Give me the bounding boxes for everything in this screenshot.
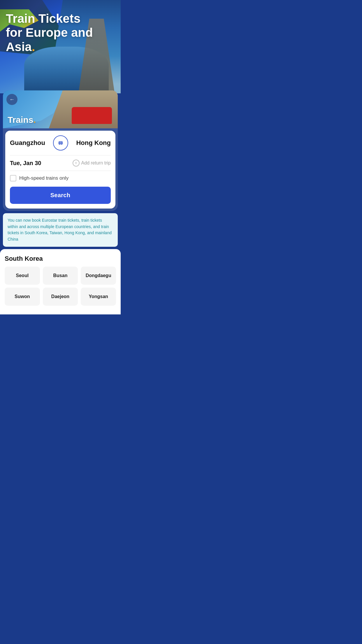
- city-card[interactable]: Busan: [43, 267, 78, 285]
- route-row: Guangzhou Hong Kong: [10, 135, 111, 155]
- date-row: Tue, Jan 30 + Add return trip: [10, 155, 111, 171]
- hero-title-line1: Train Tickets: [6, 12, 80, 25]
- city-card[interactable]: Dongdaegu: [81, 267, 116, 285]
- high-speed-checkbox-row[interactable]: High-speed trains only: [10, 171, 111, 186]
- departure-date[interactable]: Tue, Jan 30: [10, 160, 41, 167]
- city-name: Dongdaegu: [86, 273, 111, 278]
- hero-title-line2: for Europe and Asia: [6, 26, 93, 53]
- card-title-dot: .: [33, 115, 36, 125]
- switch-route-button[interactable]: [53, 135, 68, 150]
- content-area: South Korea SeoulBusanDongdaegu SuwonDae…: [0, 249, 121, 314]
- search-form: Guangzhou Hong Kong Tue, Jan 30 +: [5, 131, 115, 209]
- back-button[interactable]: ←: [6, 94, 17, 105]
- back-arrow-icon: ←: [9, 97, 15, 102]
- card-title: Trains.: [8, 115, 36, 125]
- svg-point-5: [59, 144, 60, 145]
- svg-point-6: [61, 144, 62, 145]
- svg-rect-3: [59, 142, 60, 143]
- high-speed-checkbox[interactable]: [10, 175, 16, 181]
- hero-title: Train Tickets for Europe and Asia.: [6, 12, 115, 54]
- city-card[interactable]: Seoul: [5, 267, 40, 285]
- trains-card: ← Trains. Guangzhou: [3, 90, 118, 211]
- city-name: Seoul: [16, 273, 29, 278]
- city-name: Suwon: [15, 294, 30, 299]
- train-switch-icon: [57, 139, 64, 146]
- city-name: Daejeon: [51, 294, 69, 299]
- svg-rect-4: [61, 142, 62, 143]
- card-title-area: Trains.: [8, 115, 36, 125]
- add-return-label: Add return trip: [81, 160, 111, 166]
- card-background-image: ← Trains.: [3, 90, 118, 128]
- add-return-icon: +: [73, 160, 80, 167]
- info-text: You can now book Eurostar train tickets,…: [8, 217, 113, 243]
- city-card[interactable]: Suwon: [5, 288, 40, 306]
- hero-background: Train Tickets for Europe and Asia.: [0, 0, 121, 93]
- cities-row-1: SeoulBusanDongdaegu: [5, 267, 116, 285]
- city-card[interactable]: Yongsan: [81, 288, 116, 306]
- card-bg-train-visual: [72, 107, 112, 124]
- info-banner: You can now book Eurostar train tickets,…: [3, 213, 118, 247]
- city-name: Busan: [53, 273, 68, 278]
- high-speed-label: High-speed trains only: [19, 175, 68, 181]
- hero-text-area: Train Tickets for Europe and Asia.: [6, 12, 115, 54]
- destination-city[interactable]: Hong Kong: [76, 139, 111, 147]
- search-button[interactable]: Search: [10, 187, 111, 204]
- add-return-button[interactable]: + Add return trip: [73, 160, 111, 167]
- city-name: Yongsan: [89, 294, 108, 299]
- south-korea-region-title: South Korea: [5, 255, 116, 262]
- city-card[interactable]: Daejeon: [43, 288, 78, 306]
- origin-city[interactable]: Guangzhou: [10, 139, 45, 147]
- cities-row-2: SuwonDaejeonYongsan: [5, 288, 116, 306]
- hero-title-dot: .: [32, 40, 35, 54]
